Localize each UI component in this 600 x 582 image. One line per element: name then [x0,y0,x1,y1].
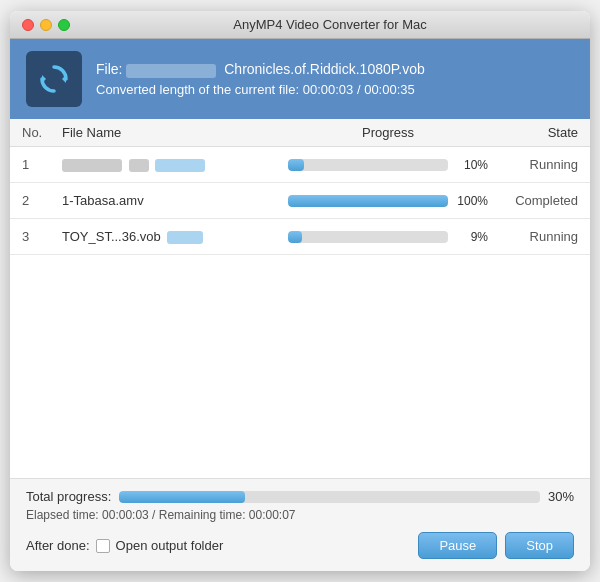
row1-progress: 10% [288,158,488,172]
minimize-button[interactable] [40,19,52,31]
row3-progress-pct: 9% [456,230,488,244]
row1-name [62,157,288,172]
total-progress-label: Total progress: [26,489,111,504]
row2-state: Completed [488,193,578,208]
after-done-left: After done: Open output folder [26,538,223,553]
row1-progress-bar-fill [288,159,304,171]
row2-progress-bar-fill [288,195,448,207]
elapsed-time: 00:00:03 [102,508,149,522]
total-progress-bar-bg [119,491,540,503]
remaining-time: 00:00:07 [249,508,296,522]
row2-no: 2 [22,193,62,208]
table-header: No. File Name Progress State [10,119,590,147]
file-label: File: [96,61,122,77]
row3-progress: 9% [288,230,488,244]
row1-progress-pct: 10% [456,158,488,172]
col-header-state: State [488,125,578,140]
table-row: 3 TOY_ST...36.vob 9% Running [10,219,590,255]
row1-no: 1 [22,157,62,172]
row2-progress-pct: 100% [456,194,488,208]
convert-icon [26,51,82,107]
after-done-label: After done: [26,538,90,553]
info-filename: File: Chronicles.of.Riddick.1080P.vob [96,61,425,77]
after-done-row: After done: Open output folder Pause Sto… [26,532,574,559]
col-header-no: No. [22,125,62,140]
title-bar: AnyMP4 Video Converter for Mac [10,11,590,39]
action-buttons: Pause Stop [418,532,574,559]
table-row: 2 1-Tabasa.amv 100% Completed [10,183,590,219]
elapsed-label: Elapsed time: [26,508,99,522]
row2-progress-bar-bg [288,195,448,207]
row1-progress-bar-bg [288,159,448,171]
window-title: AnyMP4 Video Converter for Mac [82,17,578,32]
open-folder-checkbox[interactable] [96,539,110,553]
total-progress-bar-fill [119,491,245,503]
table-row: 1 10% Running [10,147,590,183]
row3-name: TOY_ST...36.vob [62,229,288,244]
total-progress-row: Total progress: 30% [26,489,574,504]
info-text: File: Chronicles.of.Riddick.1080P.vob Co… [96,61,425,96]
stop-button[interactable]: Stop [505,532,574,559]
converted-length: Converted length of the current file: 00… [96,82,425,97]
row1-state: Running [488,157,578,172]
total-progress-pct: 30% [548,489,574,504]
col-header-progress: Progress [288,125,488,140]
table-body: 1 10% Running 2 1-Tabasa.amv 1 [10,147,590,478]
close-button[interactable] [22,19,34,31]
row3-progress-bar-bg [288,231,448,243]
remaining-label: Remaining time: [159,508,246,522]
main-window: AnyMP4 Video Converter for Mac File: Chr… [10,11,590,571]
filename: Chronicles.of.Riddick.1080P.vob [224,61,425,77]
maximize-button[interactable] [58,19,70,31]
filename-redacted [126,64,216,78]
col-header-filename: File Name [62,125,288,140]
info-bar: File: Chronicles.of.Riddick.1080P.vob Co… [10,39,590,119]
bottom-area: Total progress: 30% Elapsed time: 00:00:… [10,478,590,571]
open-folder-label: Open output folder [116,538,224,553]
row2-progress: 100% [288,194,488,208]
traffic-lights [22,19,70,31]
row3-no: 3 [22,229,62,244]
row2-name: 1-Tabasa.amv [62,193,288,208]
elapsed-row: Elapsed time: 00:00:03 / Remaining time:… [26,508,574,522]
row3-progress-bar-fill [288,231,302,243]
pause-button[interactable]: Pause [418,532,497,559]
row3-state: Running [488,229,578,244]
